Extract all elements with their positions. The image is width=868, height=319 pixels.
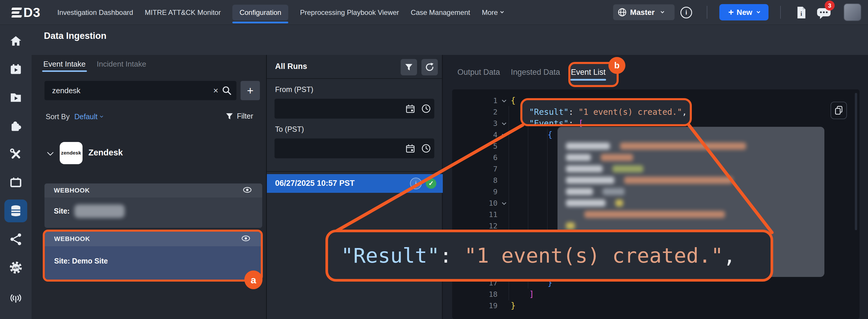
environment-selector[interactable]: Master: [613, 4, 675, 20]
fold-gutter: [497, 122, 511, 125]
chevron-down-icon[interactable]: [47, 149, 54, 156]
clock-icon[interactable]: [422, 144, 431, 154]
to-date-label: To (PST): [275, 125, 304, 134]
nav-divider: [707, 6, 707, 19]
sort-value: Default: [74, 112, 97, 121]
redacted-token: [624, 177, 733, 184]
page-title: Data Ingestion: [44, 31, 106, 41]
run-info-icon[interactable]: i: [410, 178, 422, 189]
tab-event-list[interactable]: Event List: [571, 68, 606, 77]
board-icon: [9, 176, 23, 189]
gear-api-icon: API: [9, 260, 23, 275]
search-input[interactable]: [44, 81, 237, 100]
line-number: 19: [452, 302, 497, 310]
sidebar-item-investigation-board[interactable]: [4, 58, 27, 81]
user-avatar[interactable]: [844, 4, 861, 21]
redacted-token: [601, 154, 633, 161]
sidebar-item-home[interactable]: [4, 30, 27, 52]
webhook-card[interactable]: WEBHOOK Site:: [44, 183, 262, 228]
home-icon: [9, 34, 23, 48]
left-icon-rail: API: [0, 25, 32, 319]
nav-item-case-management[interactable]: Case Management: [411, 5, 470, 21]
nav-item-label: MITRE ATT&CK Monitor: [145, 8, 221, 16]
add-intake-button[interactable]: +: [241, 81, 260, 100]
code-line-19: 19}: [452, 300, 860, 311]
tab-event-intake[interactable]: Event Intake: [43, 60, 86, 69]
filter-button[interactable]: Filter: [226, 112, 253, 120]
copy-button[interactable]: [831, 102, 847, 119]
globe-icon: [618, 8, 626, 16]
eye-icon[interactable]: [242, 236, 250, 243]
nav-item-investigation-dashboard[interactable]: Investigation Dashboard: [57, 5, 133, 21]
d3-logo[interactable]: D3: [12, 0, 40, 25]
new-button[interactable]: + New: [719, 4, 769, 21]
nav-item-preprocessing-playbook-viewer[interactable]: Preprocessing Playbook Viewer: [300, 5, 399, 21]
sidebar-item-utility-commands[interactable]: [4, 143, 27, 166]
fold-chevron-icon[interactable]: [502, 98, 506, 103]
sidebar-item-event-board[interactable]: [4, 171, 27, 194]
chevron-down-icon: [756, 10, 760, 13]
runs-panel-title: All Runs: [275, 62, 307, 71]
release-notes-button[interactable]: i: [796, 6, 807, 20]
webhook-card-selected[interactable]: WEBHOOK Site: Demo Site: [45, 232, 261, 280]
chevron-down-icon: [500, 10, 504, 13]
tools-icon: [9, 147, 23, 161]
sort-dropdown[interactable]: Default: [74, 112, 103, 121]
fold-chevron-icon[interactable]: [502, 201, 506, 205]
code-text: {: [511, 130, 553, 140]
code-line-2: 2"Result": "1 event(s) created.",: [452, 106, 860, 118]
sidebar-item-webhook-broadcast[interactable]: [4, 287, 27, 309]
integration-name: Zendesk: [88, 148, 123, 157]
sidebar-item-api[interactable]: API: [4, 256, 27, 279]
nav-item-label: Configuration: [239, 8, 281, 16]
sidebar-item-integrations[interactable]: [4, 114, 27, 137]
calendar-icon[interactable]: [406, 144, 415, 154]
runs-refresh-button[interactable]: [422, 59, 438, 75]
puzzle-icon: [9, 119, 23, 133]
tab-output-data[interactable]: Output Data: [457, 68, 500, 77]
redacted-token: [584, 211, 725, 218]
line-number: 18: [452, 290, 497, 298]
calendar-play-icon: [9, 63, 23, 76]
fold-chevron-icon[interactable]: [502, 132, 506, 137]
sidebar-item-connections[interactable]: [4, 228, 27, 251]
from-date-input[interactable]: [275, 99, 434, 118]
d3-soar-app: D3 Investigation DashboardMITRE ATT&CK M…: [0, 0, 868, 319]
nav-item-label: Case Management: [411, 8, 470, 16]
clear-search-icon[interactable]: ×: [213, 85, 218, 96]
sidebar-item-data-ingestion[interactable]: [4, 200, 27, 222]
line-number: 9: [452, 187, 497, 196]
intake-tabs: Event IntakeIncident Intake: [43, 60, 146, 69]
line-number: 3: [452, 119, 497, 128]
tab-incident-intake[interactable]: Incident Intake: [97, 60, 146, 69]
environment-label: Master: [630, 8, 655, 17]
callout-token: ,: [723, 244, 736, 268]
search-box: ×: [44, 81, 237, 100]
run-entry-selected[interactable]: 06/27/2025 10:57 PST i ✓: [267, 174, 443, 193]
site-label: Site: Demo Site: [54, 257, 108, 265]
code-text: "Result": "1 event(s) created.",: [511, 107, 687, 117]
nav-item-configuration[interactable]: Configuration: [232, 5, 288, 21]
eye-icon[interactable]: [243, 187, 252, 194]
nav-item-more[interactable]: More: [482, 5, 503, 21]
callout-token: "Result": [341, 244, 440, 268]
redacted-token: [620, 143, 746, 149]
search-icon[interactable]: [222, 85, 232, 97]
clock-icon[interactable]: [422, 104, 431, 114]
nav-item-mitre-att-ck-monitor[interactable]: MITRE ATT&CK Monitor: [145, 5, 221, 21]
info-button[interactable]: i: [680, 7, 692, 19]
runs-filter-button[interactable]: [401, 59, 417, 75]
fold-gutter: [497, 133, 511, 136]
fold-gutter: [497, 99, 511, 102]
annotation-badge-b: b: [609, 57, 625, 74]
tab-ingested-data[interactable]: Ingested Data: [511, 68, 560, 77]
chevron-down-icon: [660, 10, 664, 13]
integration-group-header[interactable]: zendesk Zendesk: [32, 138, 266, 168]
to-date-input[interactable]: [275, 138, 434, 158]
code-text: ]: [511, 289, 534, 299]
sidebar-item-playbooks[interactable]: [4, 86, 27, 109]
calendar-icon[interactable]: [406, 104, 415, 114]
fold-chevron-icon[interactable]: [502, 121, 506, 125]
line-number: 5: [452, 142, 497, 150]
code-line-1: 1{: [452, 95, 860, 106]
